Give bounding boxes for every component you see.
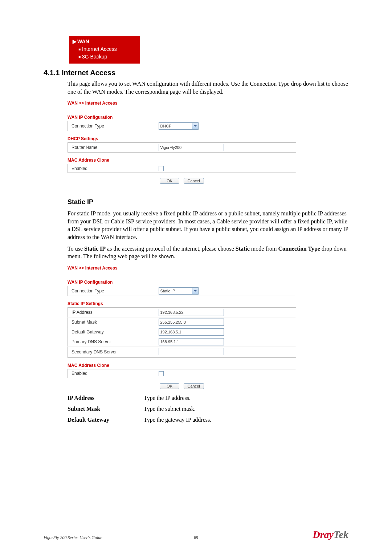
def-text: Type the gateway IP address. bbox=[144, 417, 348, 423]
def-row: IP Address Type the IP address. bbox=[68, 395, 348, 401]
config-panel-static: WAN >> Internet Access WAN IP Configurat… bbox=[68, 266, 296, 389]
table-dhcp: Router Name VigorFly200 bbox=[68, 142, 296, 153]
chevron-down-icon bbox=[192, 288, 198, 294]
label-primary-dns: Primary DNS Server bbox=[68, 337, 155, 347]
group-title-mac-clone: MAC Address Clone bbox=[68, 158, 296, 163]
label-default-gateway: Default Gateway bbox=[68, 327, 155, 337]
field-definitions: IP Address Type the IP address. Subnet M… bbox=[68, 395, 348, 423]
section-heading: 4.1.1 Internet Access bbox=[44, 69, 348, 77]
checkbox-mac-enabled[interactable] bbox=[159, 371, 164, 376]
group-title-dhcp: DHCP Settings bbox=[68, 136, 296, 141]
footer-guide-title: VigorFly 200 Series User's Guide bbox=[44, 535, 102, 540]
def-term: Subnet Mask bbox=[68, 406, 144, 412]
bullet-icon: ■ bbox=[78, 55, 81, 59]
def-row: Subnet Mask Type the subnet mask. bbox=[68, 406, 348, 412]
def-row: Default Gateway Type the gateway IP addr… bbox=[68, 417, 348, 423]
label-ip-address: IP Address bbox=[68, 307, 155, 317]
config-panel-dhcp: WAN >> Internet Access WAN IP Configurat… bbox=[68, 101, 296, 184]
input-primary-dns[interactable]: 168.95.1.1 bbox=[159, 338, 224, 345]
table-mac-clone: Enabled bbox=[68, 164, 296, 173]
group-title-mac-clone: MAC Address Clone bbox=[68, 363, 296, 368]
label-router-name: Router Name bbox=[68, 143, 155, 153]
section-intro: This page allows you to set WAN configur… bbox=[68, 80, 348, 96]
triangle-right-icon: ▶ bbox=[73, 39, 77, 44]
table-mac-clone: Enabled bbox=[68, 369, 296, 378]
def-term: IP Address bbox=[68, 395, 144, 401]
cancel-button[interactable]: Cancel bbox=[184, 383, 204, 389]
def-term: Default Gateway bbox=[68, 417, 144, 423]
group-title-wan-ip: WAN IP Configuration bbox=[68, 280, 296, 285]
select-connection-type[interactable]: DHCP bbox=[159, 122, 199, 130]
group-title-static-ip: Static IP Settings bbox=[68, 301, 296, 306]
label-connection-type: Connection Type bbox=[68, 286, 155, 296]
table-wan-ip: Connection Type DHCP bbox=[68, 121, 296, 131]
subsection-heading: Static IP bbox=[68, 198, 348, 206]
wan-nav-box: ▶WAN ■Internet Access ■3G Backup bbox=[69, 36, 140, 64]
wan-nav-item-internet-access: ■Internet Access bbox=[73, 45, 137, 53]
bullet-icon: ■ bbox=[78, 47, 81, 51]
label-connection-type: Connection Type bbox=[68, 121, 155, 131]
label-subnet-mask: Subnet Mask bbox=[68, 317, 155, 327]
input-default-gateway[interactable]: 192.168.5.1 bbox=[159, 328, 224, 336]
wan-nav-head: ▶WAN bbox=[73, 38, 137, 45]
static-ip-desc: For static IP mode, you usually receive … bbox=[68, 210, 348, 241]
breadcrumb: WAN >> Internet Access bbox=[68, 101, 296, 108]
input-subnet-mask[interactable]: 255.255.255.0 bbox=[159, 319, 224, 326]
ok-button[interactable]: OK bbox=[160, 178, 179, 184]
breadcrumb: WAN >> Internet Access bbox=[68, 266, 296, 273]
ok-button[interactable]: OK bbox=[160, 383, 179, 389]
chevron-down-icon bbox=[192, 123, 198, 129]
def-text: Type the IP address. bbox=[144, 395, 348, 401]
select-connection-type[interactable]: Static IP bbox=[159, 287, 199, 295]
input-router-name[interactable]: VigorFly200 bbox=[159, 144, 224, 151]
wan-nav-item-3g-backup: ■3G Backup bbox=[73, 53, 137, 61]
table-wan-ip: Connection Type Static IP bbox=[68, 286, 296, 296]
group-title-wan-ip: WAN IP Configuration bbox=[68, 115, 296, 120]
static-ip-instruction: To use Static IP as the accessing protoc… bbox=[68, 245, 348, 260]
table-static-ip: IP Address 192.168.5.22 Subnet Mask 255.… bbox=[68, 307, 296, 358]
footer-page-number: 69 bbox=[194, 535, 198, 540]
brand-logo: DrayTek bbox=[313, 529, 348, 540]
input-secondary-dns[interactable] bbox=[159, 348, 224, 355]
def-text: Type the subnet mask. bbox=[144, 406, 348, 412]
label-secondary-dns: Secondary DNS Server bbox=[68, 347, 155, 357]
label-enabled: Enabled bbox=[68, 164, 155, 173]
cancel-button[interactable]: Cancel bbox=[184, 178, 204, 184]
input-ip-address[interactable]: 192.168.5.22 bbox=[159, 309, 224, 316]
label-enabled: Enabled bbox=[68, 369, 155, 378]
page-footer: VigorFly 200 Series User's Guide 69 Dray… bbox=[44, 529, 348, 540]
checkbox-mac-enabled[interactable] bbox=[159, 166, 164, 171]
